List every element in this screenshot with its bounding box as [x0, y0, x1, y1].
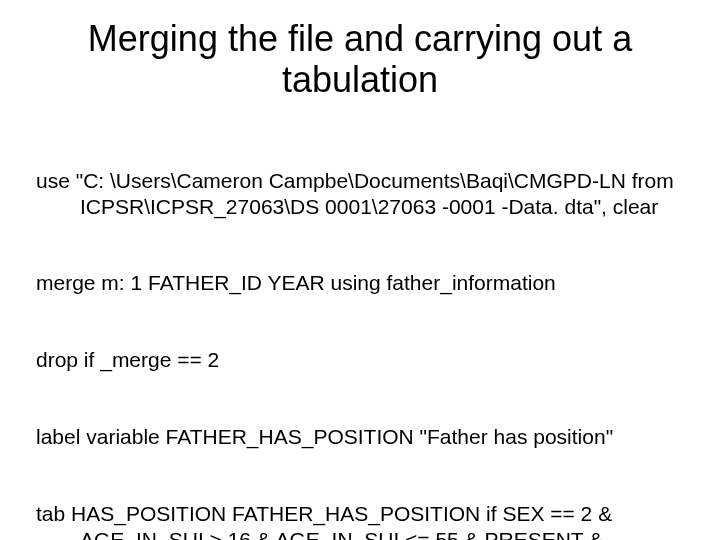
- code-block: use "C: \Users\Cameron Campbe\Documents\…: [36, 117, 684, 540]
- code-line: use "C: \Users\Cameron Campbe\Documents\…: [36, 168, 684, 219]
- slide-title: Merging the file and carrying out a tabu…: [36, 18, 684, 101]
- code-line: tab HAS_POSITION FATHER_HAS_POSITION if …: [36, 501, 684, 540]
- slide: Merging the file and carrying out a tabu…: [0, 0, 720, 540]
- code-line: merge m: 1 FATHER_ID YEAR using father_i…: [36, 270, 684, 296]
- code-line: drop if _merge == 2: [36, 347, 684, 373]
- code-line: label variable FATHER_HAS_POSITION "Fath…: [36, 424, 684, 450]
